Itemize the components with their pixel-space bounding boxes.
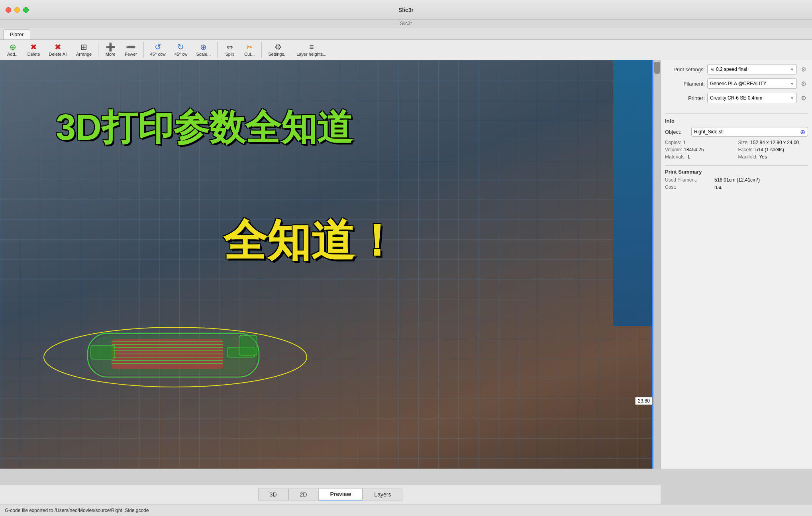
delete-icon: ✖ [30, 43, 37, 51]
maximize-button[interactable] [23, 7, 29, 13]
filament-summary-label: Used Filament: [665, 177, 713, 183]
toolbar-sep-2 [143, 42, 144, 58]
print-settings-gear-icon[interactable]: ⚙ [799, 65, 808, 74]
right-panel: Print settings: 🖨 0.2 speed final ▼ ⚙ Fi… [661, 60, 812, 469]
info-object-select[interactable]: Right_Side.stl ⊕ [691, 127, 808, 137]
info-object-row: Object: Right_Side.stl ⊕ [665, 127, 808, 137]
manifold-label: Manifold: [738, 154, 758, 160]
main-area: 3D打印参数全知道 全知道！ [0, 60, 812, 469]
layer-heights-button[interactable]: ≡ Layer heights... [292, 41, 330, 58]
filament-label: Filament: [665, 81, 705, 87]
statusbar: G-code file exported to /Users/neo/Movie… [0, 504, 812, 516]
fewer-icon: ➖ [126, 43, 136, 51]
printer-gear-icon[interactable]: ⚙ [799, 94, 808, 102]
rotate-ccw-button[interactable]: ↺ 45° ccw [146, 41, 170, 58]
more-icon: ➕ [106, 43, 116, 51]
materials-value: 1 [687, 154, 690, 160]
facets-value: 514 (1 shells) [755, 147, 784, 152]
layer-line [652, 60, 653, 469]
volume-label: Volume: [665, 147, 682, 152]
viewport-scrollbar[interactable] [653, 60, 661, 469]
filament-row: Filament: Generic PLA @CREALITY ▼ ⚙ [665, 78, 808, 89]
delete-all-label: Delete All [49, 52, 67, 57]
delete-button[interactable]: ✖ Delete [24, 41, 44, 58]
cost-row: Cost: n.a. [665, 184, 808, 190]
print-summary: Print Summary Used Filament: 516.01cm (1… [665, 165, 808, 192]
more-button[interactable]: ➕ More [101, 41, 120, 58]
print-settings-select[interactable]: 🖨 0.2 speed final ▼ [707, 64, 797, 74]
print-summary-title: Print Summary [665, 169, 808, 175]
size-value: 152.84 x 12.90 x 24.00 [750, 140, 799, 145]
settings-button[interactable]: ⚙ Settings... [264, 41, 292, 58]
print-settings-row: Print settings: 🖨 0.2 speed final ▼ ⚙ [665, 64, 808, 74]
subtitle: Slic3r [0, 20, 812, 28]
delete-label: Delete [27, 52, 40, 57]
copies-value: 1 [683, 140, 686, 145]
printer-row: Printer: Creality CR-6 SE 0.4mm ▼ ⚙ [665, 93, 808, 103]
add-button[interactable]: ⊕ Add... [3, 41, 23, 58]
materials-label: Materials: [665, 154, 686, 160]
split-icon: ⇔ [226, 43, 233, 51]
info-object-value: Right_Side.stl [694, 129, 800, 135]
copies-label: Copies: [665, 140, 681, 145]
svg-rect-12 [91, 345, 115, 359]
view-btn-preview[interactable]: Preview [318, 488, 363, 500]
filament-arrow: ▼ [790, 82, 794, 86]
fewer-button[interactable]: ➖ Fewer [121, 41, 141, 58]
delete-all-button[interactable]: ✖ Delete All [45, 41, 71, 58]
layer-indicator: 23.80 [635, 397, 653, 405]
printer-select[interactable]: Creality CR-6 SE 0.4mm ▼ [707, 93, 797, 103]
toolbar: ⊕ Add... ✖ Delete ✖ Delete All ⊞ Arrange… [0, 40, 812, 60]
info-grid: Copies: 1 Size: 152.84 x 12.90 x 24.00 V… [665, 140, 808, 160]
cut-label: Cut... [244, 52, 255, 57]
split-button[interactable]: ⇔ Split [220, 41, 239, 58]
filament-summary-value: 516.01cm (12.41cm³) [714, 177, 760, 183]
close-button[interactable] [6, 7, 11, 13]
tab-plater[interactable]: Plater [3, 29, 30, 39]
layer-heights-label: Layer heights... [296, 52, 326, 57]
info-section: Info Object: Right_Side.stl ⊕ Copies: 1 … [665, 113, 808, 160]
rotate-ccw-label: 45° ccw [150, 52, 166, 57]
overlay-main-text: 3D打印参数全知道 [56, 108, 353, 147]
print-settings-arrow: ▼ [790, 67, 794, 72]
scale-icon: ⊕ [200, 43, 207, 51]
arrange-button[interactable]: ⊞ Arrange [72, 41, 96, 58]
delete-all-icon: ✖ [55, 43, 61, 51]
viewport[interactable]: 3D打印参数全知道 全知道！ [0, 60, 661, 469]
printer-value: Creality CR-6 SE 0.4mm [710, 95, 790, 101]
toolbar-sep-3 [217, 42, 218, 58]
settings-label: Settings... [268, 52, 288, 57]
toolbar-sep-4 [261, 42, 262, 58]
settings-icon: ⚙ [275, 43, 282, 51]
scroll-thumb[interactable] [654, 62, 660, 74]
arrange-label: Arrange [76, 52, 92, 57]
filament-value: Generic PLA @CREALITY [710, 81, 790, 86]
size-row: Size: 152.84 x 12.90 x 24.00 [738, 140, 808, 145]
rotate-cw-label: 45° cw [174, 52, 187, 57]
facets-row: Facets: 514 (1 shells) [738, 147, 808, 152]
cost-label: Cost: [665, 184, 713, 190]
printer-arrow: ▼ [790, 96, 794, 100]
filament-select[interactable]: Generic PLA @CREALITY ▼ [707, 78, 797, 89]
view-btn-2d[interactable]: 2D [288, 489, 319, 500]
titlebar: Slic3r [0, 0, 812, 20]
add-label: Add... [7, 52, 19, 57]
cut-icon: ✂ [246, 43, 253, 51]
svg-rect-14 [239, 335, 257, 355]
rotate-cw-button[interactable]: ↻ 45° cw [170, 41, 191, 58]
view-btn-layers[interactable]: Layers [363, 489, 402, 500]
toolbar-sep-1 [98, 42, 98, 58]
minimize-button[interactable] [14, 7, 20, 13]
view-toggle-bar: 3D 2D Preview Layers [0, 484, 661, 504]
more-label: More [106, 52, 116, 57]
copies-row: Copies: 1 [665, 140, 735, 145]
cut-button[interactable]: ✂ Cut... [240, 41, 259, 58]
volume-value: 18454.25 [684, 147, 704, 152]
rotate-cw-icon: ↻ [177, 43, 184, 51]
view-btn-3d[interactable]: 3D [258, 489, 288, 500]
manifold-row: Manifold: Yes [738, 154, 808, 160]
filament-gear-icon[interactable]: ⚙ [799, 79, 808, 88]
model-container [32, 309, 319, 389]
scale-button[interactable]: ⊕ Scale... [192, 41, 215, 58]
manifold-value: Yes [759, 154, 767, 160]
